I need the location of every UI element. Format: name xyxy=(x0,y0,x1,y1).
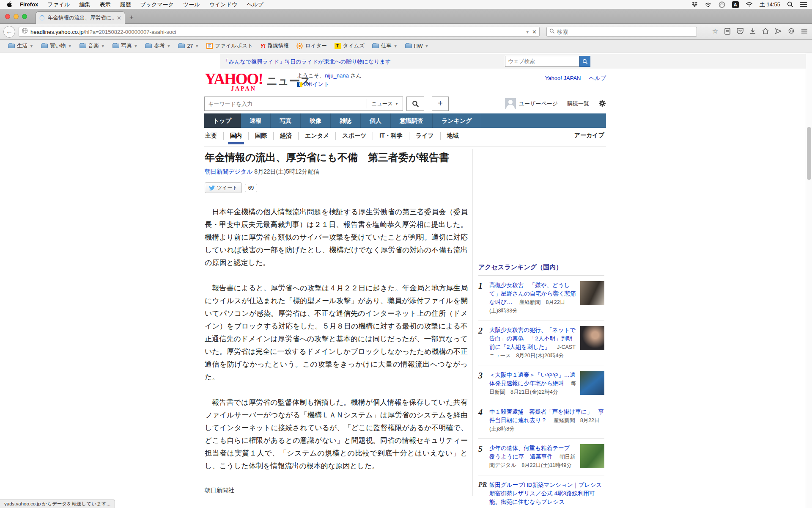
chevron-down-icon: ▼ xyxy=(68,44,72,48)
ranking-thumbnail[interactable] xyxy=(580,281,604,305)
tweet-button[interactable]: ツイート xyxy=(205,182,242,193)
browser-search-input[interactable] xyxy=(557,29,694,35)
bookmark-times[interactable]: Tタイムズ xyxy=(331,41,368,51)
points-row[interactable]: T 0ポイント xyxy=(297,80,329,88)
subnav-domestic[interactable]: 国内 xyxy=(223,132,248,140)
bookmark-folder-27[interactable]: 27▼ xyxy=(174,42,203,50)
pocket-icon[interactable] xyxy=(737,28,743,34)
urlbar-dropdown-icon[interactable]: ▼ xyxy=(525,30,529,34)
nav-tab-photo[interactable]: 写真 xyxy=(271,113,301,128)
news-search-button[interactable] xyxy=(406,97,424,111)
subnav-entertainment[interactable]: エンタメ xyxy=(298,132,335,140)
window-zoom-button[interactable] xyxy=(22,14,27,19)
ranking-thumbnail[interactable] xyxy=(580,444,604,468)
subnav-sports[interactable]: スポーツ xyxy=(335,132,373,140)
menubar-item-view[interactable]: 表示 xyxy=(100,1,111,8)
menubar-item-tools[interactable]: ツール xyxy=(183,1,200,8)
nav-tab-top[interactable]: トップ xyxy=(204,113,241,128)
nav-tab-magazine[interactable]: 雑誌 xyxy=(331,113,361,128)
subnav-life[interactable]: ライフ xyxy=(409,132,440,140)
keyword-search-box[interactable]: ニュース▼ xyxy=(204,97,403,111)
archive-link[interactable]: アーカイブ xyxy=(574,132,604,139)
bookmark-folder-music[interactable]: 音楽▼ xyxy=(76,41,109,51)
scrollbar-thumb[interactable] xyxy=(807,127,811,180)
bookmark-folder-hw[interactable]: HW▼ xyxy=(401,42,433,50)
keyword-input[interactable] xyxy=(205,101,367,107)
bookmark-folder-reference[interactable]: 参考▼ xyxy=(141,41,174,51)
nav-tab-poll[interactable]: 意識調査 xyxy=(391,113,433,128)
window-minimize-button[interactable] xyxy=(14,14,19,19)
menubar-clock[interactable]: 土 14:55 xyxy=(760,1,780,8)
add-button[interactable]: + xyxy=(432,97,449,111)
yahoo-japan-logo[interactable]: YAHOO! JAPAN xyxy=(205,71,264,92)
bookmark-folder-photo[interactable]: 写真▼ xyxy=(109,41,142,51)
bookmark-star-icon[interactable]: ☆ xyxy=(712,27,718,35)
hello-icon[interactable] xyxy=(788,28,795,34)
nav-tab-personal[interactable]: 個人 xyxy=(361,113,391,128)
article-source-link[interactable]: 朝日新聞デジタル xyxy=(205,168,252,175)
nav-tab-flash[interactable]: 速報 xyxy=(241,113,271,128)
subscriptions-link[interactable]: 購読一覧 xyxy=(567,100,589,108)
url-bar[interactable]: headlines.yahoo.co.jp/hl?a=20150822-0000… xyxy=(19,27,540,37)
reading-list-icon[interactable] xyxy=(724,28,730,35)
pr-ad-link[interactable]: 飯田グループHD新築マンション｜プレシス新宿御苑レザリス／公式 4駅3路線利用可… xyxy=(489,482,602,505)
promo-link[interactable]: 「みんなで復興ライド」毎日のライドが東北への贈り物になります xyxy=(223,58,391,66)
downloads-icon[interactable] xyxy=(750,28,756,34)
subnav-region[interactable]: 地域 xyxy=(440,132,465,140)
help-link[interactable]: ヘルプ xyxy=(589,75,606,81)
bookmark-transit[interactable]: Y!路線情報 xyxy=(257,41,293,51)
apple-menu-icon[interactable] xyxy=(7,1,12,8)
browser-tab[interactable]: 年金情報の流出、厚労省に... ✕ xyxy=(36,11,125,24)
notification-center-icon[interactable] xyxy=(800,2,807,7)
menubar-item-file[interactable]: ファイル xyxy=(47,1,70,8)
filepost-icon: F xyxy=(206,43,213,49)
bookmark-folder-life[interactable]: 生活▼ xyxy=(4,41,37,51)
menubar-item-help[interactable]: ヘルプ xyxy=(247,1,263,8)
dropbox-icon[interactable] xyxy=(691,2,698,8)
wifi-icon[interactable] xyxy=(746,2,753,7)
stop-icon[interactable]: ✕ xyxy=(532,29,537,35)
menu-icon[interactable] xyxy=(801,28,808,34)
ranking-thumbnail[interactable] xyxy=(580,326,604,350)
nav-tab-video[interactable]: 映像 xyxy=(301,113,331,128)
spotlight-icon[interactable] xyxy=(787,1,793,8)
home-icon[interactable] xyxy=(762,28,769,34)
bookmark-folder-shopping[interactable]: 買い物▼ xyxy=(37,41,76,51)
gear-icon[interactable] xyxy=(598,99,606,108)
share-icon[interactable] xyxy=(775,28,782,34)
back-button[interactable]: ← xyxy=(3,26,15,38)
window-close-button[interactable] xyxy=(5,14,10,19)
input-source-icon[interactable]: A xyxy=(732,1,739,8)
yahoo-japan-link[interactable]: Yahoo! JAPAN xyxy=(545,75,581,81)
creative-cloud-icon[interactable] xyxy=(719,1,725,8)
chevron-down-icon: ▼ xyxy=(167,44,170,48)
nav-tab-ranking[interactable]: ランキング xyxy=(433,113,481,128)
web-search-input[interactable] xyxy=(505,56,579,67)
menubar-item-history[interactable]: 履歴 xyxy=(120,1,131,8)
username-link[interactable]: niju_nana xyxy=(325,72,348,79)
browser-search-box[interactable] xyxy=(546,27,697,37)
web-search-button[interactable] xyxy=(579,56,590,67)
menubar-item-bookmarks[interactable]: ブックマーク xyxy=(140,1,174,8)
user-page-link[interactable]: ユーザーページ xyxy=(505,98,558,109)
avatar xyxy=(505,98,516,109)
tweet-count[interactable]: 69 xyxy=(245,184,257,192)
menubar-item-edit[interactable]: 編集 xyxy=(80,1,91,8)
subnav-it-science[interactable]: IT・科学 xyxy=(373,132,409,140)
new-tab-button[interactable]: + xyxy=(129,14,134,21)
scrollbar-track[interactable] xyxy=(806,52,812,508)
bookmark-filepost[interactable]: Fファイルポスト xyxy=(203,41,257,51)
subnav-economy[interactable]: 経済 xyxy=(273,132,298,140)
subnav-world[interactable]: 国際 xyxy=(248,132,273,140)
menubar-item-firefox[interactable]: Firefox xyxy=(20,1,38,8)
bookmark-reuters[interactable]: ロイター xyxy=(293,41,331,51)
menubar-item-window[interactable]: ウインドウ xyxy=(209,1,238,8)
chevron-down-icon: ▼ xyxy=(394,44,398,48)
search-category-dropdown[interactable]: ニュース▼ xyxy=(367,99,403,108)
bookmark-folder-work[interactable]: 仕事▼ xyxy=(368,41,401,51)
tab-close-icon[interactable]: ✕ xyxy=(117,15,121,21)
subnav-main[interactable]: 主要 xyxy=(204,132,223,140)
hotspot-icon[interactable] xyxy=(705,2,712,8)
ranking-thumbnail[interactable] xyxy=(580,371,604,395)
ranking-link[interactable]: ＜大阪中１遺棄＞「いやや」…遺体発見速報に少年宅から絶叫 xyxy=(489,372,575,387)
